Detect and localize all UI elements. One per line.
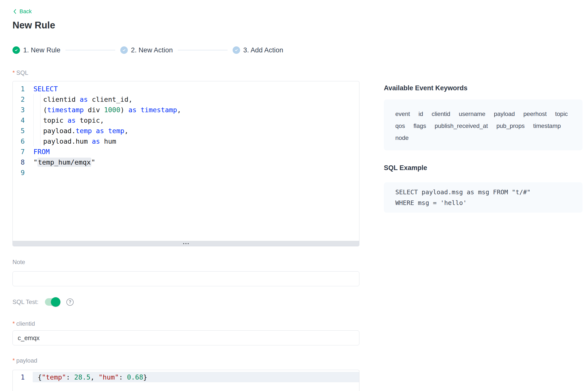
indent-guide <box>33 125 40 136</box>
line-number: 3 <box>13 106 33 114</box>
keyword-payload[interactable]: payload <box>494 108 515 120</box>
line-number: 8 <box>13 158 33 166</box>
indent-guide <box>40 94 43 104</box>
step-divider <box>178 50 227 50</box>
code-line: 5payload.temp as temp, <box>13 125 359 136</box>
line-number: 1 <box>13 373 33 381</box>
step-item-1: 1. New Rule <box>12 46 60 54</box>
step-item-2: 2. New Action <box>120 46 173 54</box>
main-columns: *SQL 1SELECT2clientid as client_id,3(tim… <box>12 70 588 391</box>
sql-example-box: SELECT payload.msg as msg FROM "t/#"WHER… <box>384 182 583 213</box>
code-line: 1SELECT <box>13 84 359 94</box>
back-link[interactable]: Back <box>12 0 32 15</box>
code-text <box>33 167 359 178</box>
line-number: 9 <box>13 169 33 177</box>
check-circle-icon <box>120 46 128 54</box>
keyword-event[interactable]: event <box>395 108 410 120</box>
step-divider <box>65 50 115 50</box>
steps: 1. New Rule2. New Action3. Add Action <box>12 46 283 54</box>
keywords-panel-title: Available Event Keywords <box>384 85 583 92</box>
indent-guide <box>40 104 43 115</box>
new-rule-page: Back New Rule 1. New Rule2. New Action3.… <box>0 0 588 391</box>
keyword-topic[interactable]: topic <box>555 108 568 120</box>
keyword-pub_props[interactable]: pub_props <box>496 120 525 132</box>
code-line: 8"temp_hum/emqx" <box>13 157 359 167</box>
code-line: 1{"temp": 28.5, "hum": 0.68} <box>13 372 359 382</box>
note-input[interactable] <box>12 271 359 286</box>
code-text: payload.hum as hum <box>33 136 359 146</box>
keyword-username[interactable]: username <box>459 108 485 120</box>
sql-example-title: SQL Example <box>384 164 583 171</box>
step-label: 2. New Action <box>131 46 173 54</box>
required-mark: * <box>12 357 15 364</box>
toggle-thumb <box>51 297 60 307</box>
sql-editor-resize-handle[interactable] <box>13 241 359 246</box>
sql-test-toggle[interactable] <box>45 298 60 306</box>
keywords-box: eventidclientidusernamepayloadpeerhostto… <box>384 99 583 150</box>
code-line: 6payload.hum as hum <box>13 136 359 146</box>
sql-editor-content[interactable]: 1SELECT2clientid as client_id,3(timestam… <box>13 81 359 241</box>
line-number: 6 <box>13 137 33 145</box>
back-label: Back <box>19 8 32 15</box>
indent-guide <box>33 104 40 115</box>
code-text: FROM <box>33 146 359 157</box>
code-text: {"temp": 28.5, "hum": 0.68} <box>33 372 359 382</box>
page-title: New Rule <box>12 20 588 30</box>
sql-example-line: SELECT payload.msg as msg FROM "t/#" <box>395 187 571 197</box>
line-number: 7 <box>13 148 33 156</box>
clientid-field-label: *clientid <box>12 320 359 327</box>
code-line: 9 <box>13 167 359 178</box>
keyword-node[interactable]: node <box>395 132 409 144</box>
code-text: (timestamp div 1000) as timestamp, <box>33 104 359 115</box>
required-mark: * <box>12 69 15 76</box>
note-field-label: Note <box>12 259 359 265</box>
step-label: 3. Add Action <box>243 46 283 54</box>
code-line: 3(timestamp div 1000) as timestamp, <box>13 104 359 115</box>
indent-guide <box>33 136 40 146</box>
code-line: 4topic as topic, <box>13 115 359 125</box>
keyword-publish_received_at[interactable]: publish_received_at <box>435 120 488 132</box>
clientid-input[interactable] <box>12 330 359 345</box>
check-circle-icon <box>12 46 20 54</box>
chevron-left-icon <box>12 8 17 14</box>
line-number: 4 <box>13 116 33 124</box>
step-item-3: 3. Add Action <box>233 46 283 54</box>
indent-guide <box>40 115 43 125</box>
help-icon[interactable]: ? <box>66 298 74 306</box>
keyword-peerhost[interactable]: peerhost <box>523 108 547 120</box>
line-number: 2 <box>13 96 33 103</box>
check-circle-icon <box>233 46 240 54</box>
step-label: 1. New Rule <box>23 46 60 54</box>
sql-test-label: SQL Test: <box>12 298 38 305</box>
payload-field-label: *payload <box>12 357 359 364</box>
line-number: 1 <box>13 85 33 93</box>
code-line: 2clientid as client_id, <box>13 94 359 104</box>
code-text: SELECT <box>33 84 359 94</box>
keyword-id[interactable]: id <box>419 108 423 120</box>
code-text: clientid as client_id, <box>33 94 359 104</box>
keyword-clientid[interactable]: clientid <box>432 108 450 120</box>
help-panel: Available Event Keywords eventidclientid… <box>384 70 583 213</box>
indent-guide <box>33 115 40 125</box>
keyword-flags[interactable]: flags <box>414 120 426 132</box>
keyword-timestamp[interactable]: timestamp <box>533 120 561 132</box>
code-text: "temp_hum/emqx" <box>33 157 359 167</box>
rule-form: *SQL 1SELECT2clientid as client_id,3(tim… <box>12 70 359 391</box>
required-mark: * <box>12 320 15 327</box>
sql-field-label: *SQL <box>12 70 359 76</box>
payload-editor[interactable]: 1{"temp": 28.5, "hum": 0.68} <box>12 370 359 391</box>
indent-guide <box>40 136 43 146</box>
code-text: payload.temp as temp, <box>33 125 359 136</box>
indent-guide <box>33 94 40 104</box>
line-number: 5 <box>13 127 33 135</box>
code-text: topic as topic, <box>33 115 359 125</box>
sql-test-row: SQL Test: ? <box>12 297 359 307</box>
sql-editor: 1SELECT2clientid as client_id,3(timestam… <box>12 81 359 246</box>
keyword-qos[interactable]: qos <box>395 120 405 132</box>
indent-guide <box>40 125 43 136</box>
sql-example-line: WHERE msg = 'hello' <box>395 197 571 208</box>
code-line: 7FROM <box>13 146 359 157</box>
